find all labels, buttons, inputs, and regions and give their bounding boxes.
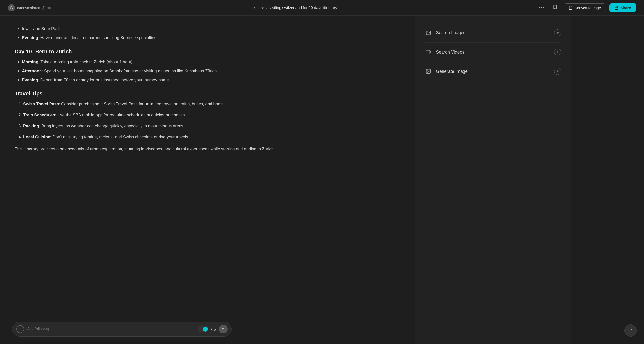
tip-label: Train Schedules xyxy=(23,113,55,117)
search-videos-item[interactable]: Search Videos + xyxy=(425,43,561,62)
generate-image-label: Generate Image xyxy=(436,69,468,74)
tip-text: : Bring layers, as weather can change qu… xyxy=(39,124,184,128)
more-button[interactable]: ••• xyxy=(536,4,546,12)
bullet-text: : Have dinner at a local restaurant, sam… xyxy=(38,35,157,40)
list-item: Evening: Have dinner at a local restaura… xyxy=(22,35,400,42)
search-videos-plus[interactable]: + xyxy=(554,49,561,56)
right-sidebar: Search Images + Search Videos + xyxy=(415,16,571,344)
tip-text: : Use the SBB mobile app for real-time s… xyxy=(55,113,186,117)
search-images-label: Search Images xyxy=(436,30,466,35)
svg-point-4 xyxy=(427,32,428,32)
list-item: Evening: Depart from Zürich or stay for … xyxy=(22,77,400,84)
tip-text: : Don't miss trying fondue, raclette, an… xyxy=(50,135,189,139)
search-videos-label: Search Videos xyxy=(436,50,464,55)
followup-bar: + Pro xyxy=(12,321,232,337)
video-icon xyxy=(425,48,432,56)
generate-image-icon xyxy=(425,68,432,75)
list-item: Train Schedules: Use the SBB mobile app … xyxy=(23,112,400,119)
travel-tips-heading: Travel Tips: xyxy=(15,90,400,97)
summary-text: This itinerary provides a balanced mix o… xyxy=(15,146,400,153)
list-item: tower and Bear Park. xyxy=(22,25,400,33)
bullet-label: Afternoon xyxy=(22,69,42,73)
space-link[interactable]: Space xyxy=(254,6,264,10)
header-bar: dannymaiorca 3m + Space / visiting switz… xyxy=(0,0,644,16)
followup-add-button[interactable]: + xyxy=(16,325,24,333)
pro-toggle-label: Pro xyxy=(210,327,216,331)
followup-input[interactable] xyxy=(27,327,195,331)
svg-rect-5 xyxy=(426,50,430,54)
help-button[interactable]: ? xyxy=(624,324,637,337)
breadcrumb-separator: / xyxy=(266,6,267,10)
pro-toggle-switch[interactable] xyxy=(198,326,208,332)
tip-text: : Consider purchasing a Swiss Travel Pas… xyxy=(59,102,225,106)
list-item: Local Cuisine: Don't miss trying fondue,… xyxy=(23,134,400,141)
list-item: Packing: Bring layers, as weather can ch… xyxy=(23,123,400,130)
generate-image-item[interactable]: Generate Image + xyxy=(425,62,561,81)
bullet-label: Evening xyxy=(22,35,38,40)
bullet-text: : Take a morning train back to Zürich (a… xyxy=(38,60,134,64)
followup-send-button[interactable] xyxy=(219,325,228,333)
main-layout: tower and Bear Park. Evening: Have dinne… xyxy=(0,16,644,344)
bookmark-button[interactable] xyxy=(550,3,560,12)
travel-tips-list: Swiss Travel Pass: Consider purchasing a… xyxy=(23,101,400,141)
convert-to-page-button[interactable]: Convert to Page xyxy=(564,4,606,12)
plus-icon: + xyxy=(250,6,252,10)
day10-bullet-list: Morning: Take a morning train back to Zü… xyxy=(22,59,400,84)
tip-label: Swiss Travel Pass xyxy=(23,102,59,106)
tip-label: Packing xyxy=(23,124,39,128)
list-item: Swiss Travel Pass: Consider purchasing a… xyxy=(23,101,400,108)
avatar xyxy=(8,4,15,12)
bullet-text: : Depart from Zürich or stay for one las… xyxy=(38,78,170,82)
header-right: ••• Convert to Page Share xyxy=(536,3,636,12)
sidebar-item-left: Search Images xyxy=(425,29,466,36)
search-images-item[interactable]: Search Images + xyxy=(425,23,561,43)
sidebar-item-left: Generate Image xyxy=(425,68,468,75)
svg-point-8 xyxy=(427,70,428,71)
list-item: Morning: Take a morning train back to Zü… xyxy=(22,59,400,66)
bullet-text: : Spend your last hours shopping on Bahn… xyxy=(42,69,218,73)
list-item: Afternoon: Spend your last hours shoppin… xyxy=(22,68,400,75)
user-time: 3m xyxy=(42,6,51,10)
content-area: tower and Bear Park. Evening: Have dinne… xyxy=(0,16,415,344)
header-left: dannymaiorca 3m xyxy=(8,4,51,12)
generate-image-plus[interactable]: + xyxy=(554,68,561,75)
image-icon xyxy=(425,29,432,36)
breadcrumb: + Space / visiting switzerland for 10 da… xyxy=(250,6,337,10)
username-label: dannymaiorca xyxy=(17,6,40,10)
bullet-label: Evening xyxy=(22,78,38,82)
day10-heading: Day 10: Bern to Zürich xyxy=(15,48,400,55)
followup-toggle: Pro xyxy=(198,326,216,332)
sidebar-item-left: Search Videos xyxy=(425,48,464,56)
svg-point-0 xyxy=(11,6,12,8)
tip-label: Local Cuisine xyxy=(23,135,50,139)
page-title: visiting switzerland for 10 days itinera… xyxy=(269,6,337,10)
user-info: dannymaiorca 3m xyxy=(8,4,51,12)
top-bullet-list: tower and Bear Park. Evening: Have dinne… xyxy=(22,25,400,42)
search-images-plus[interactable]: + xyxy=(554,29,561,36)
bullet-text: tower and Bear Park. xyxy=(22,26,61,31)
svg-rect-2 xyxy=(615,8,618,9)
bullet-label: Morning xyxy=(22,60,38,64)
toggle-knob xyxy=(203,327,208,331)
share-button[interactable]: Share xyxy=(609,3,636,12)
